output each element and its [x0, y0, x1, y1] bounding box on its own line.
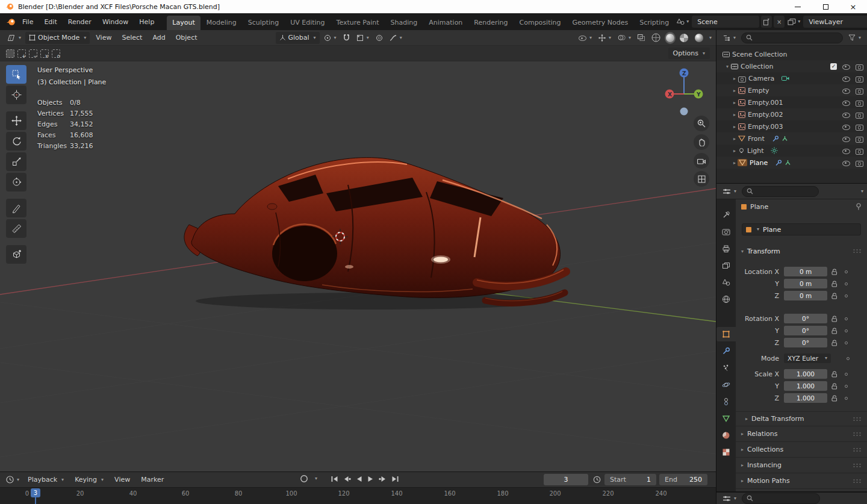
previous-keyframe-button[interactable]: [343, 476, 351, 482]
hide-eye-icon[interactable]: [842, 123, 850, 131]
shading-dropdown-chevron[interactable]: ▾: [709, 36, 712, 40]
lock-icon[interactable]: [831, 371, 837, 378]
zoom-button[interactable]: [694, 116, 709, 131]
animate-dot[interactable]: [847, 357, 850, 360]
animate-dot[interactable]: [845, 341, 848, 344]
outliner-row-collection[interactable]: ▾ Collection: [716, 60, 867, 72]
hide-eye-icon[interactable]: [842, 159, 850, 167]
outliner-row-camera[interactable]: ▸ Camera: [716, 72, 867, 84]
lock-icon[interactable]: [831, 269, 837, 275]
playhead-line[interactable]: [35, 497, 36, 504]
expand-arrow-icon[interactable]: ▸: [733, 88, 736, 93]
workspace-tab-scripting[interactable]: Scripting: [634, 16, 674, 30]
options-dropdown[interactable]: Options ▾: [668, 48, 710, 59]
scene-collection-label[interactable]: Scene Collection: [732, 51, 787, 58]
scale-y-field[interactable]: 1.000: [784, 381, 827, 391]
outliner-item-label[interactable]: Empty.003: [748, 123, 783, 131]
menu-window[interactable]: Window: [97, 13, 134, 30]
menu-edit[interactable]: Edit: [39, 13, 62, 30]
select-mode-subtract-icon[interactable]: −: [29, 49, 37, 58]
outliner-row-empty[interactable]: ▸ Empty: [716, 84, 867, 96]
proportional-falloff-dropdown[interactable]: ▾: [387, 32, 405, 44]
snap-target-dropdown[interactable]: ▾: [354, 32, 371, 44]
menu-render[interactable]: Render: [63, 13, 97, 30]
shading-solid-button[interactable]: [665, 32, 676, 44]
mode-dropdown[interactable]: Object Mode ▾: [25, 32, 90, 44]
workspace-tab-sculpting[interactable]: Sculpting: [243, 16, 284, 30]
hide-eye-icon[interactable]: [842, 75, 850, 82]
lock-icon[interactable]: [831, 316, 837, 322]
expand-arrow-icon[interactable]: ▸: [733, 148, 736, 154]
move-tool[interactable]: [6, 111, 26, 130]
filter-funnel-icon[interactable]: ▾: [846, 32, 863, 44]
breadcrumb-label[interactable]: Plane: [750, 203, 768, 211]
cursor-tool[interactable]: [6, 86, 26, 104]
outliner-row-empty-002[interactable]: ▸ Empty.002: [716, 108, 867, 120]
collection-label[interactable]: Collection: [741, 63, 773, 70]
animate-dot[interactable]: [845, 317, 848, 320]
lock-icon[interactable]: [831, 328, 837, 334]
location-y-field[interactable]: 0 m: [784, 279, 827, 288]
keying-dropdown-chevron[interactable]: ▾: [315, 476, 317, 481]
use-preview-range-icon[interactable]: [593, 476, 601, 484]
panel-grip-icon[interactable]: [853, 249, 862, 254]
animate-dot[interactable]: [845, 397, 848, 400]
pin-icon[interactable]: [856, 203, 862, 210]
animate-dot[interactable]: [845, 294, 848, 297]
tab-render-properties[interactable]: [716, 225, 736, 239]
select-mode-invert-icon[interactable]: ×: [40, 49, 49, 58]
render-visibility-icon[interactable]: [856, 99, 863, 107]
auto-keying-record-icon[interactable]: [300, 474, 308, 483]
measure-tool[interactable]: [6, 219, 26, 238]
blender-menu-icon[interactable]: [5, 18, 17, 26]
viewlayer-icon[interactable]: ▾: [786, 18, 801, 25]
outliner-item-label[interactable]: Empty.002: [748, 111, 783, 119]
tab-output-properties[interactable]: [716, 241, 736, 256]
collection-checkbox[interactable]: [830, 63, 837, 70]
pan-hand-button[interactable]: [694, 134, 709, 150]
outliner-row-plane[interactable]: ▸ Plane: [716, 157, 867, 169]
panel-instancing[interactable]: ▸ Instancing: [736, 457, 867, 473]
animate-dot[interactable]: [845, 270, 848, 273]
tab-tool[interactable]: [716, 208, 736, 222]
expand-arrow-icon[interactable]: ▸: [733, 136, 736, 142]
camera-view-button[interactable]: [694, 153, 709, 169]
menu-view[interactable]: View: [92, 34, 116, 42]
delete-scene-button[interactable]: ×: [774, 16, 785, 28]
select-mode-set-icon[interactable]: [6, 49, 14, 58]
panel-delta-transform[interactable]: ▸ Delta Transform: [736, 411, 867, 426]
rotation-mode-dropdown[interactable]: XYZ Euler ▾: [784, 353, 831, 363]
tab-world-properties[interactable]: [716, 292, 736, 306]
tab-modifier-properties[interactable]: [716, 344, 736, 358]
hide-eye-icon[interactable]: [842, 135, 850, 143]
workspace-tab-geometry-nodes[interactable]: Geometry Nodes: [567, 16, 633, 30]
select-box-tool[interactable]: [6, 65, 26, 84]
expand-arrow-icon[interactable]: ▸: [733, 76, 736, 81]
pivot-point-dropdown[interactable]: ▾: [322, 32, 339, 44]
add-cube-tool[interactable]: [6, 245, 26, 264]
animate-dot[interactable]: [845, 329, 848, 332]
menu-playback[interactable]: Playback▾: [23, 476, 69, 484]
scale-x-field[interactable]: 1.000: [784, 369, 827, 379]
menu-help[interactable]: Help: [134, 13, 160, 30]
panel-relations[interactable]: ▸ Relations: [736, 426, 867, 441]
outliner-item-label[interactable]: Empty.001: [748, 99, 783, 107]
gizmos-dropdown[interactable]: ▾: [596, 32, 614, 44]
rotation-x-field[interactable]: 0°: [784, 314, 827, 323]
panel-grip-icon[interactable]: [853, 463, 862, 468]
viewport-3d[interactable]: ▾ Object Mode ▾ View Select Add Object G…: [0, 30, 716, 471]
render-visibility-icon[interactable]: [856, 159, 863, 167]
outliner-item-label[interactable]: Front: [748, 135, 765, 143]
lock-icon[interactable]: [831, 340, 837, 346]
scene-name-field[interactable]: Scene: [692, 16, 759, 28]
editor-type-properties-icon[interactable]: ▾: [720, 185, 739, 198]
scale-z-field[interactable]: 1.000: [784, 393, 827, 403]
viewlayer-name-field[interactable]: ViewLayer: [803, 16, 867, 28]
render-visibility-icon[interactable]: [856, 63, 863, 70]
workspace-tab-texture-paint[interactable]: Texture Paint: [331, 16, 385, 30]
next-keyframe-button[interactable]: [379, 476, 387, 482]
lock-icon[interactable]: [831, 293, 837, 299]
properties-options-chevron[interactable]: ▾: [861, 189, 863, 194]
hide-eye-icon[interactable]: [842, 147, 850, 155]
transform-panel-header[interactable]: ▾ Transform: [736, 244, 867, 258]
